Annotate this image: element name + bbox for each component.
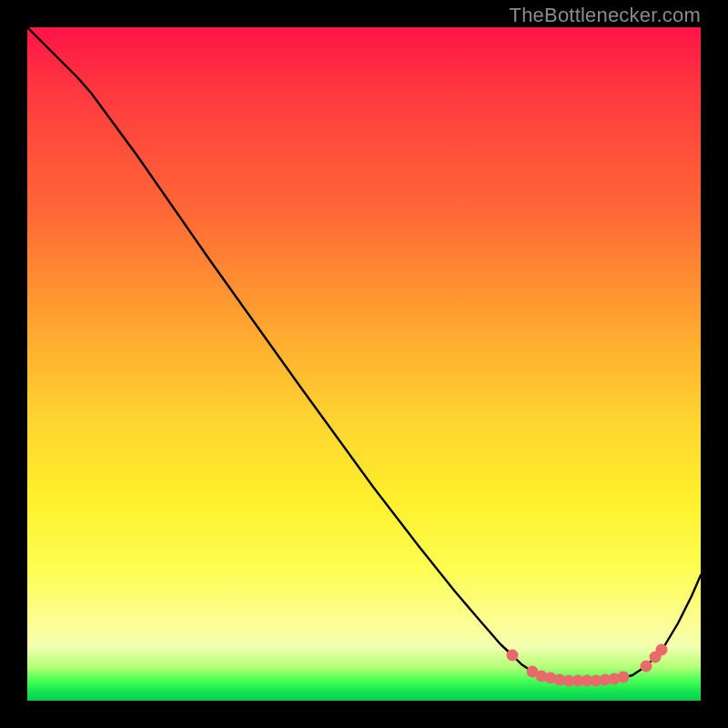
bottleneck-curve xyxy=(27,27,701,701)
curve-marker xyxy=(507,650,519,662)
chart-frame: TheBottlenecker.com xyxy=(0,0,728,728)
curve-marker xyxy=(656,644,668,656)
watermark-label: TheBottlenecker.com xyxy=(510,4,701,27)
curve-marker xyxy=(641,661,652,672)
curve-path xyxy=(27,27,701,681)
plot-area xyxy=(27,27,701,701)
curve-marker xyxy=(618,672,630,683)
curve-markers xyxy=(507,644,668,687)
